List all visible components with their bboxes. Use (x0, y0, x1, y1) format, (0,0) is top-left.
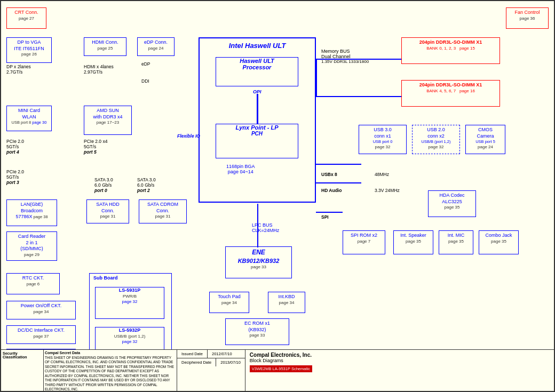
usbx8-line (316, 164, 361, 165)
spi-label: SPI (321, 214, 329, 220)
opi-line (257, 94, 258, 126)
mem-line-top (316, 59, 401, 60)
footer-company: Compal Electronics, Inc. Block Diagrams … (245, 350, 554, 391)
sata-port2-label: SATA 3.06.0 Gb/sport 2 (137, 177, 156, 193)
ddr3-sodimm1-block: 204pin DDR3L-SO-DIMM X1 BANK 0, 1, 2, 3 … (401, 37, 500, 64)
dp-vga-block: DP to VGA ITE IT6511FN page 26 (6, 37, 52, 63)
intel-haswell-block: Intel Haswell ULT Haswell ULT Processor … (199, 37, 316, 203)
int-kbd-block: Int.KBD page 34 (268, 292, 305, 313)
mem-line-bottom (316, 96, 401, 97)
mem-line-v (316, 59, 317, 97)
lan-gbe-block: LAN(GbE) Broadcom 57786X page 38 (6, 199, 57, 226)
edp-conn-block: eDP Conn. page 24 (137, 37, 175, 56)
usbx8-label: USBx 8 (321, 172, 337, 177)
cmos-camera-block: CMOS Camera USB port 5 page 24 (465, 125, 505, 154)
pcie-port4-label: PCIe 2.05GT/sport 4 (6, 139, 24, 155)
dp-lanes-label: DP x 2lanes2.7GT/s (6, 64, 31, 75)
sata-cdrom-block: SATA CDROM Conn. page 31 (139, 199, 187, 223)
pcie-port5-label: PCIe 2.0 x45GT/sport 5 (84, 139, 107, 155)
dcdc-interface-block: DC/DC Interface CKT. page 37 (6, 325, 76, 344)
spi-line (316, 212, 343, 213)
touch-pad-block: Touch Pad page 34 (209, 292, 249, 313)
usb20-block: USB 2.0 conn x2 USB/B (port 1,2) page 32 (412, 125, 460, 154)
sata-port0-label: SATA 3.06.0 Gb/sport 0 (94, 177, 113, 193)
mini-card-wlan-block: MINI Card WLAN USB port 8 page 30 (6, 106, 52, 131)
ls5931p-block: LS-5931P PWR/B page 32 (95, 287, 164, 319)
bga-label: 1168pin BGA page 04~14 (226, 164, 255, 174)
sata-hdd-block: SATA HDD Conn. page 31 (86, 199, 129, 223)
int-mic-block: Int. MIC page 35 (439, 230, 473, 254)
hda-codec-block: HDA Codec ALC3225 page 35 (428, 190, 476, 217)
hdaudio-line (316, 182, 361, 183)
ene-kb-block: ENE KB9012/KB932 page 33 (225, 246, 292, 278)
ddi-label: DDI (141, 78, 149, 84)
33v-24mhz-label: 3.3V 24MHz (375, 188, 400, 193)
lynx-point-block: Lynx Point - LP PCH (216, 124, 298, 158)
combo-jack-block: Combo Jack page 35 (479, 230, 519, 254)
rtc-ckt-block: RTC CKT. page 6 (6, 273, 60, 294)
lpc-bus-label: LPC BUSCLK=24MHz (252, 222, 279, 233)
48mhz-label: 48MHz (375, 172, 389, 177)
card-reader-block: Card Reader 2 in 1 (SD/MMC) page 29 (6, 231, 57, 261)
ddr3-sodimm2-block: 204pin DDR3L-SO-DIMM X1 BANK 4, 5, 6, 7 … (401, 80, 500, 107)
spi-rom-block: SPI ROM x2 page 7 (343, 230, 385, 254)
footer: Security Classification Compal Secret Da… (1, 349, 554, 391)
footer-disclaimer: Compal Secret Data THIS SHEET OF ENGINEE… (44, 350, 177, 391)
block-diagram: CRT Conn. page 27 Fan Control page 36 DP… (0, 0, 555, 392)
hdmi-lanes-label: HDMI x 4lanes2.97GT/s (84, 64, 114, 75)
edp-label: eDP (141, 61, 150, 67)
hdmi-conn-block: HDMI Conn. page 25 (84, 37, 126, 56)
int-speaker-block: Int. Speaker page 35 (393, 230, 433, 254)
flexible-io-label: Flexible IO (177, 133, 200, 139)
fan-control-block: Fan Control page 36 (506, 7, 549, 29)
haswell-processor-block: Haswell ULT Processor (216, 57, 298, 86)
lpc-v-line (257, 204, 258, 246)
memory-bus-label: Memory BUS Dual Channel 1.35V DDR3L 1333… (321, 49, 369, 64)
crt-conn-block: CRT Conn. page 27 (6, 7, 46, 29)
pcie-port3-label: PCIe 2.05GT/sport 3 (6, 169, 24, 185)
amd-sun-block: AMD SUN with DDR3 x4 page 17~23 (84, 106, 132, 135)
lpc-connect (257, 246, 258, 247)
footer-dates: Issued Date 2012/07/10 Deciphered Date 2… (177, 350, 245, 391)
usb30-block: USB 3.0 conn x1 USB port 0 page 32 (359, 125, 407, 154)
power-onoff-block: Power On/Off CKT. page 34 (6, 301, 76, 319)
ec-rom-block: EC ROM x1 (KB932) page 33 (225, 318, 289, 345)
hd-audio-label: HD Audio (321, 188, 342, 193)
footer-security: Security Classification (1, 350, 44, 391)
